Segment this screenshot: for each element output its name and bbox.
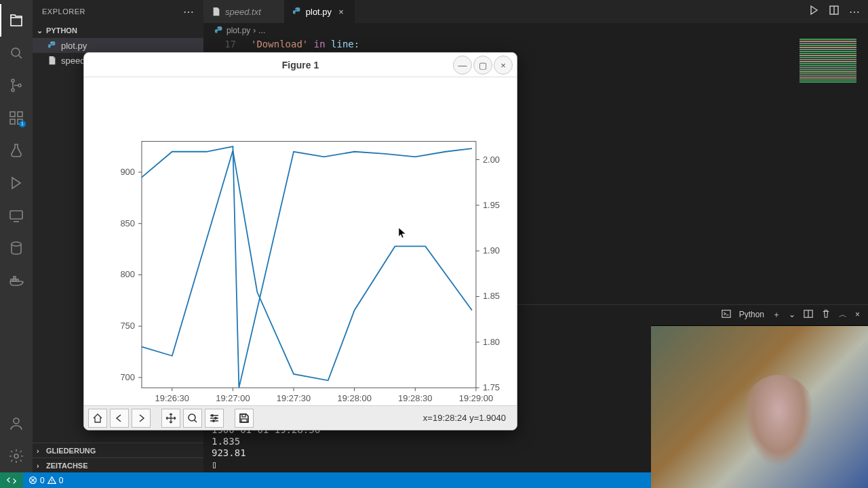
pan-icon[interactable] [161, 409, 180, 428]
new-terminal-icon[interactable]: ＋ [772, 309, 781, 321]
testing-icon[interactable] [0, 134, 33, 167]
breadcrumb-file: plot.py [226, 26, 250, 35]
editor-actions: ⋯ [808, 0, 868, 23]
svg-point-1 [12, 79, 14, 82]
remote-explorer-icon[interactable] [0, 199, 33, 232]
svg-text:700: 700 [120, 372, 135, 382]
file-item-plot[interactable]: plot.py [33, 38, 203, 53]
svg-point-59 [213, 420, 215, 422]
svg-rect-8 [10, 211, 22, 219]
explorer-icon[interactable] [0, 4, 33, 37]
zoom-icon[interactable] [183, 409, 202, 428]
svg-text:1.80: 1.80 [483, 337, 500, 347]
svg-text:19:28:00: 19:28:00 [337, 393, 371, 403]
panel-collapse-icon[interactable]: ︿ [839, 309, 847, 321]
svg-text:19:27:30: 19:27:30 [277, 393, 311, 403]
svg-text:19:26:30: 19:26:30 [155, 393, 189, 403]
folder-name: PYTHON [46, 26, 77, 35]
minimap[interactable] [797, 38, 859, 126]
save-icon[interactable] [235, 409, 254, 428]
tab-label: speed.txt [225, 7, 261, 17]
figure-title: Figure 1 [282, 60, 319, 70]
configure-icon[interactable] [205, 409, 224, 428]
svg-point-2 [12, 89, 14, 92]
svg-rect-4 [10, 112, 15, 117]
svg-text:900: 900 [120, 167, 135, 177]
settings-gear-icon[interactable] [0, 440, 33, 472]
svg-point-16 [51, 42, 52, 43]
python-file-icon [292, 7, 302, 16]
terminal-dropdown-icon[interactable]: ⌄ [789, 310, 795, 319]
account-icon[interactable] [0, 407, 33, 440]
outline-section[interactable]: › GLIEDERUNG [33, 443, 203, 458]
extensions-badge: 1 [19, 121, 26, 127]
svg-point-58 [215, 417, 217, 419]
database-icon[interactable] [0, 232, 33, 264]
sidebar-header: EXPLORER ⋯ [33, 0, 203, 23]
close-icon[interactable]: × [336, 7, 347, 17]
tab-speed[interactable]: speed.txt × [203, 0, 284, 23]
sidebar-more-icon[interactable]: ⋯ [183, 5, 195, 18]
run-icon[interactable] [808, 5, 819, 18]
svg-point-14 [14, 418, 19, 424]
forward-icon[interactable] [132, 409, 151, 428]
svg-text:750: 750 [120, 321, 135, 331]
back-icon[interactable] [110, 409, 129, 428]
tab-plot[interactable]: plot.py × [284, 0, 355, 23]
svg-rect-13 [14, 277, 16, 279]
svg-rect-21 [142, 142, 476, 388]
figure-canvas[interactable]: 7007508008509001.751.801.851.901.952.001… [84, 77, 517, 405]
trash-icon[interactable] [821, 309, 831, 321]
svg-text:1.90: 1.90 [483, 245, 500, 256]
figure-window[interactable]: Figure 1 — ▢ × 7007508008509001.751.801.… [83, 52, 517, 430]
svg-text:1.85: 1.85 [483, 291, 500, 301]
remote-indicator[interactable] [0, 472, 23, 488]
svg-point-57 [212, 414, 214, 416]
split-editor-icon[interactable] [829, 5, 840, 18]
breadcrumb[interactable]: plot.py › ... [203, 23, 868, 38]
webcam-overlay [651, 325, 868, 488]
maximize-button[interactable]: ▢ [473, 56, 492, 75]
svg-text:1.75: 1.75 [483, 382, 500, 392]
chevron-down-icon: ⌄ [37, 26, 46, 35]
file-label: plot.py [61, 41, 87, 51]
svg-rect-6 [10, 119, 15, 124]
chevron-right-icon: › [37, 462, 46, 470]
svg-text:2.00: 2.00 [483, 155, 500, 165]
panel-close-icon[interactable]: × [855, 310, 860, 319]
chevron-right-icon: › [37, 447, 46, 455]
extensions-icon[interactable]: 1 [0, 102, 33, 134]
text-file-icon [212, 7, 221, 16]
timeline-section[interactable]: › ZEITACHSE [33, 458, 203, 472]
svg-text:1.95: 1.95 [483, 200, 500, 210]
figure-titlebar[interactable]: Figure 1 — ▢ × [84, 53, 517, 77]
svg-text:800: 800 [120, 269, 135, 279]
svg-point-3 [18, 84, 21, 87]
source-control-icon[interactable] [0, 69, 33, 102]
sidebar-title: EXPLORER [42, 7, 85, 16]
timeline-label: ZEITACHSE [46, 462, 88, 470]
minimize-button[interactable]: — [453, 56, 472, 75]
docker-icon[interactable] [0, 264, 33, 297]
activity-bar: 1 [0, 0, 33, 472]
folder-header[interactable]: ⌄ PYTHON [33, 23, 203, 38]
split-terminal-icon[interactable] [804, 309, 813, 321]
svg-point-15 [14, 454, 18, 458]
terminal-label: Python [739, 310, 764, 319]
svg-point-9 [12, 242, 21, 246]
svg-rect-5 [18, 112, 22, 117]
home-icon[interactable] [88, 409, 107, 428]
outline-label: GLIEDERUNG [46, 447, 96, 455]
python-file-icon [214, 26, 224, 35]
problems-indicator[interactable]: 0 0 [23, 472, 68, 488]
editor-more-icon[interactable]: ⋯ [849, 5, 860, 18]
text-file-icon [47, 56, 57, 65]
terminal-kind-icon[interactable] [722, 309, 731, 321]
run-debug-icon[interactable] [0, 167, 33, 199]
search-icon[interactable] [0, 37, 33, 69]
close-button[interactable]: × [494, 56, 513, 75]
svg-text:19:27:00: 19:27:00 [216, 393, 250, 403]
figure-coords: x=19:28:24 y=1.9040 [423, 413, 513, 423]
python-file-icon [47, 41, 57, 50]
chevron-right-icon: › [253, 26, 256, 35]
